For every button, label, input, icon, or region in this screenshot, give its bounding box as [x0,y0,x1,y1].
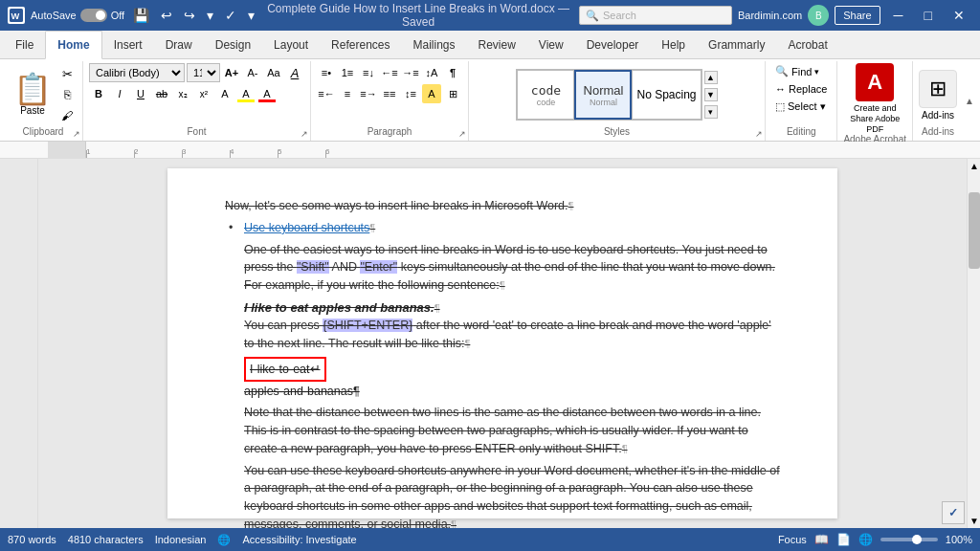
accessibility-check-button[interactable]: ✓ [942,501,965,524]
save-button[interactable]: 💾 [130,6,152,25]
scroll-down-button[interactable]: ▼ [968,514,980,528]
align-right-button[interactable]: ≡→ [359,84,378,103]
tab-mailings[interactable]: Mailings [401,31,466,59]
style-no-spacing[interactable]: No Spacing [632,70,701,120]
select-button[interactable]: ⬚ Select ▾ [771,99,830,115]
accessibility-label[interactable]: Accessibility: Investigate [242,534,356,545]
share-button[interactable]: Share [835,6,880,25]
text-highlight-button[interactable]: A [236,84,256,103]
style-normal[interactable]: Normal Normal [574,70,632,120]
change-case-button[interactable]: Aa [264,63,283,82]
tab-developer[interactable]: Developer [575,31,651,59]
addins-group: ⊞ Add-ins Add-ins [913,61,963,141]
styles-expand[interactable]: ▾ [704,105,718,119]
undo-arrow-button[interactable]: ↪ [181,6,198,25]
search-bar[interactable]: 🔍 Search [579,6,732,25]
align-center-button[interactable]: ≡ [338,84,357,103]
tab-view[interactable]: View [527,31,575,59]
subscript-button[interactable]: x₂ [173,84,192,103]
minimize-button[interactable]: ─ [886,0,911,31]
font-label: Font [187,126,206,139]
addins-button[interactable]: ⊞ Add-ins [919,70,957,121]
sort-button[interactable]: ↕A [422,63,441,82]
style-normal-label: Normal [584,83,624,98]
undo-button[interactable]: ↩ [158,6,175,25]
tab-insert[interactable]: Insert [102,31,154,59]
justify-button[interactable]: ≡≡ [380,84,399,103]
replace-button[interactable]: ↔ Replace [771,81,831,97]
font-name-select[interactable]: Calibri (Body) [89,63,185,82]
tab-file[interactable]: File [4,31,45,59]
view-web-button[interactable]: 🌐 [858,533,873,546]
borders-button[interactable]: ⊞ [443,84,462,103]
numbering-button[interactable]: 1≡ [338,63,357,82]
tab-draw[interactable]: Draw [154,31,204,59]
align-left-button[interactable]: ≡← [317,84,336,103]
italic-button[interactable]: I [110,84,129,103]
find-button[interactable]: 🔍 Find ▾ [771,63,823,79]
paragraph-expander[interactable]: ↗ [458,129,466,139]
tab-grammarly[interactable]: Grammarly [697,31,776,59]
decrease-indent-button[interactable]: ←≡ [380,63,399,82]
line-spacing-button[interactable]: ↕≡ [401,84,420,103]
tab-acrobat[interactable]: Acrobat [776,31,838,59]
view-read-button[interactable]: 📖 [814,533,829,546]
shading-button[interactable]: A [422,84,441,103]
undo-dropdown[interactable]: ▾ [204,6,216,25]
find-dropdown[interactable]: ▾ [814,67,819,77]
maximize-button[interactable]: □ [917,0,940,31]
language[interactable]: Indonesian [155,534,207,545]
text-effects-button[interactable]: A [215,84,234,103]
acrobat-label: Create and Share Adobe PDF [846,103,903,134]
scroll-thumb[interactable] [969,192,980,269]
font-shrink-button[interactable]: A- [243,63,262,82]
style-code[interactable]: code code [517,70,574,120]
keyboard-shortcuts-link[interactable]: Use keyboard shortcuts [244,221,369,234]
cut-button[interactable]: ✂ [57,64,77,83]
scroll-up-button[interactable]: ▲ [968,159,980,173]
font-expander[interactable]: ↗ [301,129,308,139]
clear-format-button[interactable]: A [285,63,304,82]
focus-label[interactable]: Focus [778,534,807,545]
para-row1: ≡• 1≡ ≡↓ ←≡ →≡ ↕A ¶ [317,63,462,82]
font-grow-button[interactable]: A+ [222,63,241,82]
multilevel-button[interactable]: ≡↓ [359,63,378,82]
tab-references[interactable]: References [320,31,401,59]
view-print-button[interactable]: 📄 [836,533,851,546]
styles-scroll-down[interactable]: ▼ [704,88,718,101]
tab-help[interactable]: Help [650,31,697,59]
copy-button[interactable]: ⎘ [57,85,77,104]
main-document[interactable]: Now, let's see some ways to insert line … [38,159,967,528]
intro-para: Now, let's see some ways to insert line … [225,197,780,215]
ribbon-collapse-button[interactable]: ▲ [963,61,976,141]
strikethrough-button[interactable]: ab [152,84,171,103]
check-button[interactable]: ✓ [222,6,239,25]
underline-button[interactable]: U [131,84,150,103]
close-button[interactable]: ✕ [946,0,972,31]
bold-button[interactable]: B [89,84,108,103]
increase-indent-button[interactable]: →≡ [401,63,420,82]
font-size-select[interactable]: 11 [187,63,220,82]
superscript-button[interactable]: x² [194,84,213,103]
styles-scroll-up[interactable]: ▲ [704,71,718,84]
tab-review[interactable]: Review [467,31,527,59]
format-painter-button[interactable]: 🖌 [57,106,77,125]
result-line1-box: I-like-to-eat↵ [244,357,326,382]
customize-button[interactable]: ▾ [245,6,257,25]
acrobat-button[interactable]: A Create and Share Adobe PDF [846,63,903,134]
tab-layout[interactable]: Layout [262,31,320,59]
show-formatting-button[interactable]: ¶ [443,63,462,82]
tab-design[interactable]: Design [204,31,262,59]
addins-label: Add-ins [922,110,954,121]
clipboard-expander[interactable]: ↗ [73,129,80,139]
zoom-slider[interactable] [880,538,938,541]
bullets-button[interactable]: ≡• [317,63,336,82]
font-color-button[interactable]: A [257,84,277,103]
autosave-toggle[interactable] [80,9,107,22]
tab-home[interactable]: Home [45,31,101,59]
styles-panel: code code Normal Normal No Spacing [516,69,702,121]
paste-button[interactable]: 📋 Paste [10,70,56,120]
document-page[interactable]: Now, let's see some ways to insert line … [167,168,837,518]
styles-expander[interactable]: ↗ [755,129,763,139]
vertical-scrollbar[interactable]: ▲ ▼ [967,159,980,528]
